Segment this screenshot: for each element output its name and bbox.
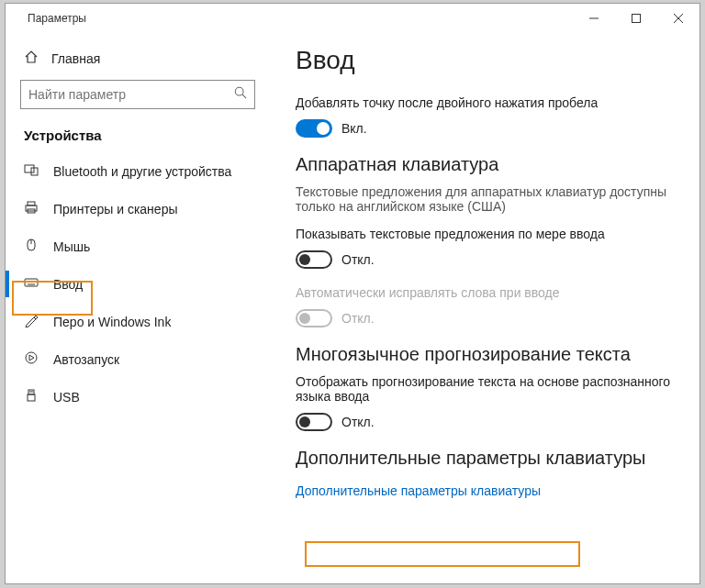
home-icon [24, 50, 39, 67]
sidebar-item-label: Перо и Windows Ink [53, 315, 171, 329]
svg-line-5 [242, 94, 246, 98]
settings-window: Параметры Главная [5, 3, 700, 584]
sidebar-item-usb[interactable]: USB [6, 378, 270, 416]
sidebar-nav: Bluetooth и другие устройства Принтеры и… [6, 152, 270, 416]
show-suggestions-label: Показывать текстовые предложения по мере… [296, 227, 674, 241]
window-controls [573, 4, 699, 33]
usb-icon [24, 388, 39, 405]
svg-rect-1 [632, 15, 641, 23]
svg-point-4 [235, 87, 243, 95]
page-title: Ввод [296, 46, 674, 75]
double-space-state: Вкл. [341, 121, 367, 136]
maximize-button[interactable] [615, 4, 657, 33]
sidebar-item-mouse[interactable]: Мышь [6, 227, 270, 265]
svg-rect-19 [28, 390, 34, 394]
sidebar-item-autoplay[interactable]: Автозапуск [6, 340, 270, 378]
hw-keyboard-desc: Текстовые предложения для аппаратных кла… [296, 184, 674, 214]
double-space-label: Добавлять точку после двойного нажатия п… [296, 95, 674, 110]
sidebar: Главная Устройства Bluetooth и другие ус… [6, 33, 270, 583]
hw-keyboard-title: Аппаратная клавиатура [296, 154, 674, 175]
sidebar-item-bluetooth[interactable]: Bluetooth и другие устройства [6, 152, 270, 190]
autocorrect-toggle-row: Откл. [296, 309, 674, 327]
mouse-icon [24, 238, 39, 255]
titlebar: Параметры [6, 4, 699, 33]
svg-rect-20 [28, 394, 35, 401]
svg-rect-13 [25, 279, 38, 286]
multilang-state: Откл. [341, 415, 375, 429]
sidebar-item-label: Мышь [53, 239, 90, 254]
multilang-label: Отображать прогнозирование текста на осн… [296, 374, 674, 404]
multilang-title: Многоязычное прогнозирование текста [296, 344, 674, 365]
search-input-wrap[interactable] [20, 80, 255, 109]
sidebar-item-label: USB [53, 390, 80, 405]
show-suggestions-state: Откл. [341, 252, 375, 267]
pen-icon [24, 313, 39, 330]
double-space-toggle[interactable] [296, 119, 332, 138]
autoplay-icon [24, 350, 39, 368]
advanced-keyboard-link[interactable]: Дополнительные параметры клавиатуры [296, 483, 541, 498]
sidebar-category: Устройства [6, 120, 270, 152]
sidebar-home[interactable]: Главная [6, 42, 270, 74]
sidebar-item-label: Ввод [53, 277, 83, 292]
sidebar-item-label: Принтеры и сканеры [53, 202, 177, 216]
keyboard-icon [24, 275, 39, 293]
close-button[interactable] [657, 4, 699, 33]
minimize-button[interactable] [573, 4, 615, 33]
multilang-toggle-row: Откл. [296, 413, 674, 431]
autocorrect-label: Автоматически исправлять слова при вводе [296, 285, 674, 300]
multilang-toggle[interactable] [296, 413, 332, 431]
svg-point-18 [26, 352, 37, 363]
autocorrect-state: Откл. [341, 311, 375, 326]
search-input[interactable] [28, 87, 234, 102]
svg-rect-9 [28, 202, 35, 205]
autocorrect-toggle [296, 309, 332, 327]
show-suggestions-toggle-row: Откл. [296, 250, 674, 269]
double-space-toggle-row: Вкл. [296, 119, 674, 138]
advanced-title: Дополнительные параметры клавиатуры [296, 448, 674, 469]
sidebar-home-label: Главная [51, 51, 100, 66]
show-suggestions-toggle[interactable] [296, 250, 332, 269]
sidebar-item-label: Автозапуск [53, 352, 119, 367]
sidebar-item-printers[interactable]: Принтеры и сканеры [6, 190, 270, 227]
svg-rect-6 [25, 165, 34, 172]
window-title: Параметры [28, 12, 86, 25]
devices-icon [24, 162, 39, 180]
sidebar-item-pen[interactable]: Перо и Windows Ink [6, 303, 270, 340]
sidebar-item-typing[interactable]: Ввод [6, 265, 270, 303]
sidebar-item-label: Bluetooth и другие устройства [53, 164, 231, 179]
search-icon [234, 86, 247, 103]
content-pane: Ввод Добавлять точку после двойного нажа… [270, 33, 699, 583]
printer-icon [24, 200, 39, 217]
